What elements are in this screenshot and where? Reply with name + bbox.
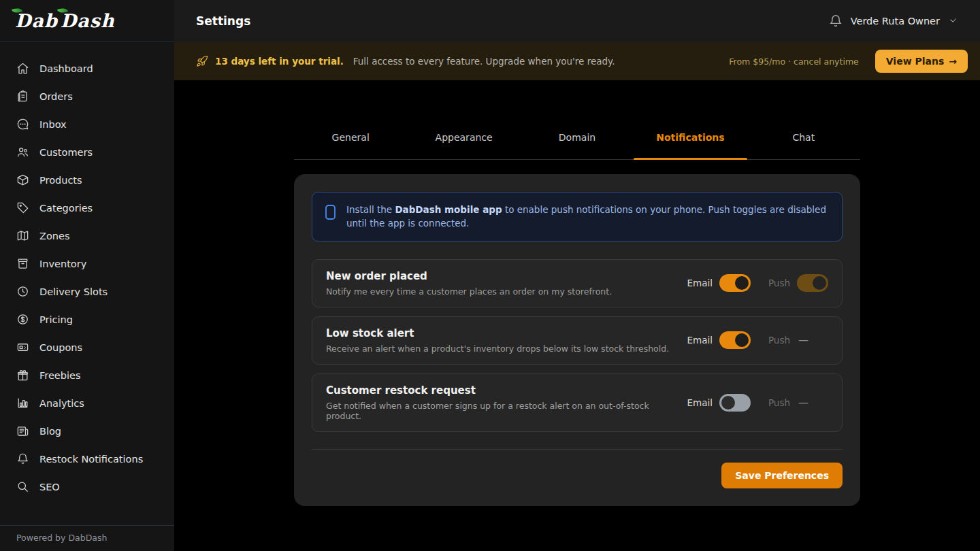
toggle-label: Email	[687, 335, 712, 346]
notifications-card: Install the DabDash mobile app to enable…	[294, 174, 860, 506]
sidebar-item-zones[interactable]: Zones	[0, 222, 174, 250]
sidebar-item-label: Inventory	[39, 258, 86, 269]
gift-icon	[16, 369, 29, 382]
row-description: Get notified when a customer signs up fo…	[326, 401, 687, 421]
sidebar-item-label: Delivery Slots	[39, 286, 108, 297]
customers-icon	[16, 146, 29, 158]
tab-chat[interactable]: Chat	[747, 122, 860, 159]
save-preferences-button[interactable]: Save Preferences	[721, 463, 843, 488]
toggle-label: Push	[768, 397, 790, 408]
sidebar-item-restock-notifications[interactable]: Restock Notifications	[0, 445, 174, 473]
user-name-label: Verde Ruta Owner	[851, 16, 940, 27]
mobile-app-notice: Install the DabDash mobile app to enable…	[312, 192, 843, 241]
sidebar-item-customers[interactable]: Customers	[0, 138, 174, 166]
tab-domain[interactable]: Domain	[521, 122, 634, 159]
toggle-label: Email	[687, 278, 712, 288]
row-title: Customer restock request	[326, 384, 687, 397]
sidebar-item-label: Zones	[39, 231, 69, 241]
toggle-label: Push	[768, 278, 790, 288]
inbox-icon	[16, 118, 29, 131]
sidebar-item-categories[interactable]: Categories	[0, 194, 174, 222]
email-toggle[interactable]	[719, 274, 751, 292]
sidebar-item-seo[interactable]: SEO	[0, 473, 174, 501]
top-bar: Settings Verde Ruta Owner	[174, 0, 980, 42]
arrow-right-icon: →	[949, 56, 957, 67]
sidebar-nav: DashboardOrdersInboxCustomersProductsCat…	[0, 42, 174, 525]
inventory-icon	[16, 257, 29, 270]
search-icon	[16, 480, 29, 493]
sidebar-item-dashboard[interactable]: Dashboard	[0, 54, 174, 82]
tab-notifications[interactable]: Notifications	[634, 122, 747, 159]
trial-message: Full access to every feature. Upgrade wh…	[353, 56, 615, 67]
price-note: From $95/mo · cancel anytime	[729, 56, 858, 67]
trial-banner: 13 days left in your trial. Full access …	[174, 42, 980, 80]
user-menu[interactable]: Verde Ruta Owner	[829, 14, 958, 28]
bell-icon	[16, 452, 29, 465]
orders-icon	[16, 90, 29, 103]
sidebar-item-label: Orders	[39, 91, 73, 102]
chevron-down-icon	[948, 16, 958, 27]
logo[interactable]: Dab Dash	[0, 0, 174, 42]
sidebar-item-label: Inbox	[39, 119, 67, 130]
divider	[312, 449, 843, 450]
sidebar-item-coupons[interactable]: Coupons	[0, 333, 174, 361]
tag-icon	[16, 201, 29, 214]
sidebar-item-delivery-slots[interactable]: Delivery Slots	[0, 278, 174, 305]
sidebar-item-products[interactable]: Products	[0, 166, 174, 194]
notification-row: Customer restock requestGet notified whe…	[312, 373, 843, 432]
email-toggle[interactable]	[719, 394, 751, 412]
sidebar: Dab Dash DashboardOrdersInboxCustomersPr…	[0, 0, 174, 551]
news-icon	[16, 424, 29, 437]
map-icon	[16, 229, 29, 242]
coupon-icon	[16, 341, 29, 354]
view-plans-button[interactable]: View Plans→	[875, 50, 968, 73]
sidebar-item-label: Products	[39, 175, 82, 186]
sidebar-item-label: Customers	[39, 147, 93, 158]
sidebar-item-label: Restock Notifications	[39, 454, 143, 465]
row-title: Low stock alert	[326, 327, 669, 339]
bell-icon[interactable]	[829, 14, 843, 28]
dollar-icon	[16, 313, 29, 326]
push-unavailable-dash: —	[797, 334, 828, 346]
trial-days-label: 13 days left in your trial.	[215, 56, 344, 67]
powered-by-label: Powered by DabDash	[0, 525, 174, 551]
sidebar-item-analytics[interactable]: Analytics	[0, 389, 174, 417]
sidebar-item-label: Analytics	[39, 398, 84, 409]
settings-tabs: GeneralAppearanceDomainNotificationsChat	[294, 122, 860, 160]
smartphone-icon	[325, 204, 336, 220]
tab-general[interactable]: General	[294, 122, 407, 159]
notice-text: Install the DabDash mobile app to enable…	[346, 203, 830, 231]
logo-word-2: Dash	[61, 10, 115, 31]
chart-icon	[16, 397, 29, 410]
sidebar-item-blog[interactable]: Blog	[0, 417, 174, 445]
sidebar-item-label: Categories	[39, 203, 93, 214]
push-toggle	[797, 274, 828, 292]
notification-row: Low stock alertReceive an alert when a p…	[312, 316, 843, 365]
tab-appearance[interactable]: Appearance	[407, 122, 520, 159]
sidebar-item-inbox[interactable]: Inbox	[0, 110, 174, 138]
push-unavailable-dash: —	[797, 397, 828, 409]
row-description: Notify me every time a customer places a…	[326, 286, 612, 297]
sidebar-item-pricing[interactable]: Pricing	[0, 305, 174, 333]
row-description: Receive an alert when a product's invent…	[326, 344, 669, 354]
sidebar-item-label: Coupons	[39, 342, 82, 353]
row-title: New order placed	[326, 270, 612, 282]
clock-icon	[16, 285, 29, 298]
sidebar-item-freebies[interactable]: Freebies	[0, 361, 174, 389]
sidebar-item-label: Pricing	[39, 314, 73, 325]
notification-row: New order placedNotify me every time a c…	[312, 259, 843, 307]
toggle-label: Email	[687, 397, 712, 408]
sidebar-item-label: Blog	[39, 426, 61, 437]
sidebar-item-label: SEO	[39, 482, 60, 492]
email-toggle[interactable]	[719, 331, 751, 349]
rocket-icon	[196, 55, 208, 67]
sidebar-item-label: Dashboard	[39, 63, 93, 74]
sidebar-item-orders[interactable]: Orders	[0, 82, 174, 110]
notification-rows: New order placedNotify me every time a c…	[312, 259, 843, 432]
products-icon	[16, 173, 29, 186]
logo-word-1: Dab	[15, 10, 58, 31]
home-icon	[16, 62, 29, 75]
sidebar-item-inventory[interactable]: Inventory	[0, 250, 174, 278]
page-title: Settings	[196, 14, 250, 28]
main-content: GeneralAppearanceDomainNotificationsChat…	[174, 80, 980, 551]
